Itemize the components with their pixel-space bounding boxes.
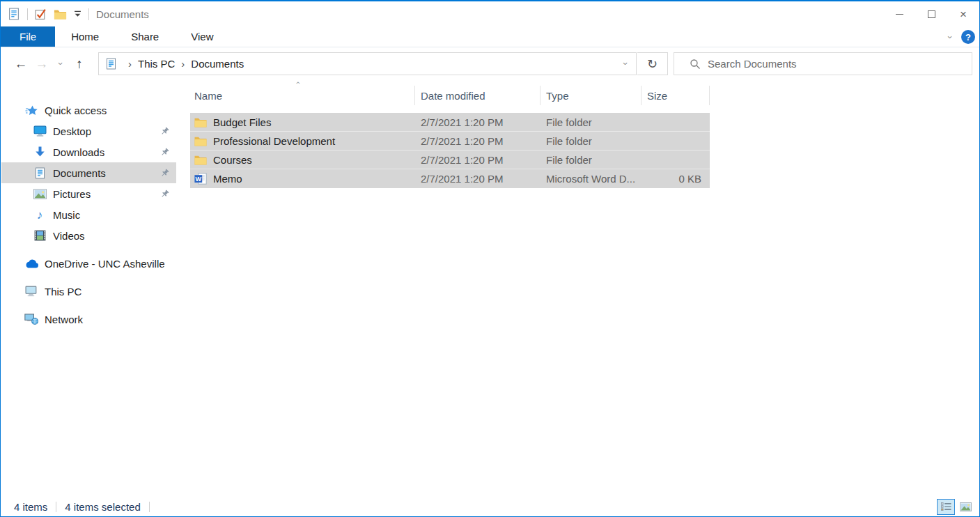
documents-page-icon [32, 167, 47, 179]
sidebar-label: Videos [53, 230, 85, 242]
close-icon: × [960, 8, 967, 20]
sidebar-item-this-pc[interactable]: This PC [1, 281, 176, 302]
breadcrumb-documents[interactable]: Documents [191, 58, 244, 70]
file-explorer-page-icon[interactable] [8, 8, 20, 20]
refresh-button[interactable]: ↻ [637, 52, 668, 75]
breadcrumb-chevron-icon[interactable]: › [128, 58, 132, 70]
column-label: Date modified [421, 90, 485, 102]
column-header-type[interactable]: Type [540, 86, 641, 105]
sidebar-item-desktop[interactable]: Desktop [1, 121, 176, 141]
thumbnail-view-button[interactable] [956, 499, 974, 515]
file-type: File folder [540, 116, 641, 128]
up-button[interactable]: ↑ [69, 56, 90, 72]
computer-icon [24, 286, 39, 297]
tab-share[interactable]: Share [115, 26, 175, 47]
sidebar-item-music[interactable]: ♪ Music [1, 204, 176, 225]
breadcrumb-chevron-icon[interactable]: › [181, 58, 185, 70]
sidebar-item-pictures[interactable]: Pictures [1, 183, 176, 204]
sidebar-label: Downloads [53, 146, 104, 158]
sidebar-item-videos[interactable]: Videos [1, 225, 176, 246]
help-button[interactable]: ? [961, 30, 975, 44]
sidebar-label: Network [45, 314, 83, 325]
quick-access-toolbar [1, 8, 89, 20]
column-label: Size [647, 90, 667, 102]
sidebar-item-documents[interactable]: Documents [1, 162, 176, 183]
folder-icon [194, 136, 207, 146]
minimize-button[interactable] [883, 1, 915, 26]
pin-icon [160, 189, 169, 201]
file-rows: Budget Files 2/7/2021 1:20 PM File folde… [190, 113, 710, 188]
sidebar-item-downloads[interactable]: Downloads [1, 141, 176, 162]
customize-quick-access-dropdown-icon[interactable] [74, 10, 81, 17]
folder-icon[interactable] [54, 9, 67, 20]
sidebar-label: Pictures [53, 188, 91, 200]
file-row-budget-files[interactable]: Budget Files 2/7/2021 1:20 PM File folde… [190, 113, 710, 132]
sort-ascending-icon: › [293, 82, 302, 84]
network-globe-icon [24, 314, 39, 325]
documents-page-icon [105, 58, 117, 70]
divider [56, 502, 56, 512]
file-name: Courses [213, 154, 252, 166]
maximize-button[interactable] [915, 1, 947, 26]
column-header-size[interactable]: Size [641, 86, 710, 105]
column-headers: Name › Date modified Type Size [190, 85, 710, 106]
breadcrumb-this-pc[interactable]: This PC [138, 58, 175, 70]
item-count: 4 items [14, 501, 47, 513]
back-button[interactable]: ← [10, 56, 31, 72]
file-date: 2/7/2021 1:20 PM [415, 135, 540, 147]
view-toggles [937, 499, 974, 515]
word-document-icon: W [194, 173, 207, 185]
sidebar-item-network[interactable]: Network [1, 309, 176, 330]
file-row-courses[interactable]: Courses 2/7/2021 1:20 PM File folder [190, 151, 710, 169]
status-bar: 4 items 4 items selected [1, 497, 979, 516]
sidebar-label: Desktop [53, 125, 91, 137]
folder-icon [194, 117, 207, 128]
file-date: 2/7/2021 1:20 PM [415, 116, 540, 128]
pin-icon [160, 147, 169, 159]
explorer-window: Documents × File Home Share View › ? ← →… [0, 0, 980, 517]
file-date: 2/7/2021 1:20 PM [415, 173, 540, 185]
sidebar-label: This PC [45, 286, 81, 298]
close-button[interactable]: × [947, 1, 979, 26]
quick-access-star-icon [24, 105, 39, 116]
sidebar-item-quick-access[interactable]: Quick access [1, 100, 176, 121]
pin-icon [160, 126, 169, 138]
forward-button[interactable]: → [31, 56, 52, 72]
sidebar-item-onedrive[interactable]: OneDrive - UNC Asheville [1, 253, 176, 274]
svg-text:W: W [196, 176, 202, 183]
search-input[interactable] [708, 53, 972, 75]
onedrive-cloud-icon [24, 258, 39, 268]
sidebar-label: Quick access [45, 105, 107, 116]
recent-locations-icon[interactable]: › [52, 59, 69, 69]
tab-file[interactable]: File [1, 26, 55, 47]
nav-arrows: ← → › ↑ [10, 47, 90, 80]
pin-icon [160, 168, 169, 180]
thumbnail-view-icon [960, 502, 972, 511]
tab-home[interactable]: Home [55, 26, 115, 47]
navigation-pane: Quick access Desktop Downloads [1, 82, 176, 497]
address-dropdown-icon[interactable]: › [615, 59, 636, 69]
divider [149, 502, 150, 512]
file-name: Budget Files [213, 116, 271, 128]
file-date: 2/7/2021 1:20 PM [415, 154, 540, 166]
file-row-memo[interactable]: W Memo 2/7/2021 1:20 PM Microsoft Word D… [190, 169, 710, 188]
file-type: File folder [540, 154, 641, 166]
ribbon-tab-bar: File Home Share View › ? [1, 26, 979, 47]
expand-ribbon-icon[interactable]: › [944, 36, 955, 38]
window-controls: × [883, 1, 979, 26]
minimize-icon [896, 14, 903, 15]
picture-icon [32, 189, 47, 199]
column-header-date-modified[interactable]: Date modified [415, 86, 540, 105]
details-view-button[interactable] [937, 499, 955, 515]
file-row-professional-development[interactable]: Professional Development 2/7/2021 1:20 P… [190, 132, 710, 151]
address-bar[interactable]: › This PC › Documents › [98, 52, 637, 75]
film-strip-icon [32, 230, 47, 241]
search-box[interactable] [674, 52, 972, 75]
checked-box-icon[interactable] [35, 8, 47, 20]
column-header-name[interactable]: Name › [190, 86, 415, 105]
ribbon-right-controls: › ? [949, 26, 975, 47]
search-icon [690, 59, 701, 70]
tab-view[interactable]: View [175, 26, 229, 47]
music-note-icon: ♪ [32, 209, 47, 221]
divider [27, 8, 28, 20]
